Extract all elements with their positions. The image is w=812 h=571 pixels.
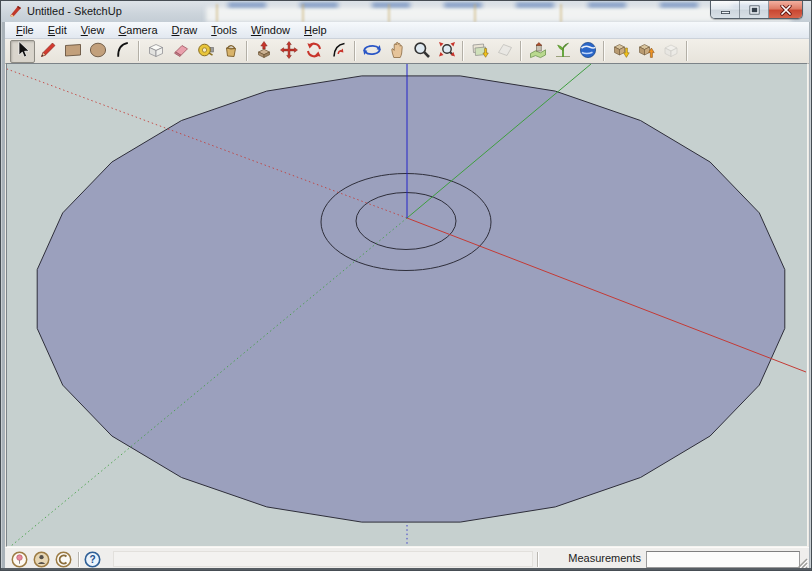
pan-icon xyxy=(387,40,407,63)
upload-model-button[interactable] xyxy=(633,40,658,63)
menu-edit[interactable]: Edit xyxy=(41,22,74,38)
select-icon xyxy=(13,40,33,63)
photo-textures-icon xyxy=(470,40,490,63)
rotate-button[interactable] xyxy=(301,40,326,63)
window-frame-bottom xyxy=(1,568,812,570)
move-icon xyxy=(279,40,299,63)
tape-measure-button[interactable] xyxy=(193,40,218,63)
google-earth-icon xyxy=(578,40,598,63)
push-pull-button[interactable] xyxy=(251,40,276,63)
toolbar-separator xyxy=(686,41,688,61)
zoom-extents-icon xyxy=(437,40,457,63)
paint-bucket-icon xyxy=(221,40,241,63)
window-controls xyxy=(710,1,803,19)
titlebar-glass-blur xyxy=(206,7,791,22)
measurements-input[interactable] xyxy=(646,551,800,568)
make-component-button[interactable] xyxy=(143,40,168,63)
status-text-area xyxy=(113,551,533,567)
sketchup-logo-icon[interactable] xyxy=(8,4,22,18)
make-component-icon xyxy=(146,40,166,63)
geolocation-status-icon[interactable] xyxy=(11,551,28,568)
measurements-label: Measurements xyxy=(543,552,641,564)
maximize-button[interactable] xyxy=(740,1,769,19)
statusbar-separator xyxy=(78,552,80,567)
credit-status-icon[interactable] xyxy=(33,551,50,568)
add-location-button[interactable] xyxy=(525,40,550,63)
photo-textures-button[interactable] xyxy=(467,40,492,63)
menu-file[interactable]: File xyxy=(9,22,41,38)
push-pull-icon xyxy=(254,40,274,63)
toolbar-separator xyxy=(520,41,522,61)
toolbar-separator xyxy=(354,41,356,61)
signin-status-icon[interactable] xyxy=(55,551,72,568)
window-client-area: FileEditViewCameraDrawToolsWindowHelp ? … xyxy=(5,22,809,570)
arc-button[interactable] xyxy=(110,40,135,63)
offset-icon xyxy=(329,40,349,63)
share-component-button[interactable] xyxy=(658,40,683,63)
paint-bucket-button[interactable] xyxy=(218,40,243,63)
menu-camera[interactable]: Camera xyxy=(111,22,164,38)
title-bar[interactable]: Untitled - SketchUp xyxy=(1,1,811,22)
circle-icon xyxy=(88,40,108,63)
orbit-button[interactable] xyxy=(359,40,384,63)
tape-measure-icon xyxy=(196,40,216,63)
pan-button[interactable] xyxy=(384,40,409,63)
share-model-icon xyxy=(495,40,515,63)
get-models-button[interactable] xyxy=(608,40,633,63)
rectangle-button[interactable] xyxy=(60,40,85,63)
svg-text:?: ? xyxy=(89,554,95,565)
menu-window[interactable]: Window xyxy=(244,22,297,38)
move-button[interactable] xyxy=(276,40,301,63)
offset-button[interactable] xyxy=(326,40,351,63)
menu-tools[interactable]: Tools xyxy=(204,22,244,38)
titlebar-glass-blur xyxy=(211,2,791,8)
zoom-button[interactable] xyxy=(409,40,434,63)
line-icon xyxy=(38,40,58,63)
orbit-icon xyxy=(362,40,382,63)
menu-bar: FileEditViewCameraDrawToolsWindowHelp xyxy=(5,22,809,39)
line-button[interactable] xyxy=(35,40,60,63)
zoom-extents-button[interactable] xyxy=(434,40,459,63)
model-scene[interactable] xyxy=(7,64,807,546)
close-button[interactable] xyxy=(769,1,802,19)
titlebar-glass-blur xyxy=(216,4,636,22)
upload-model-icon xyxy=(636,40,656,63)
window-title: Untitled - SketchUp xyxy=(27,1,122,21)
google-earth-button[interactable] xyxy=(575,40,600,63)
statusbar-separator xyxy=(537,552,539,567)
get-models-icon xyxy=(611,40,631,63)
drawing-viewport[interactable] xyxy=(6,63,808,547)
zoom-icon xyxy=(412,40,432,63)
arc-icon xyxy=(113,40,133,63)
help-icon[interactable]: ? xyxy=(84,551,101,568)
circle-button[interactable] xyxy=(85,40,110,63)
menu-view[interactable]: View xyxy=(74,22,112,38)
rectangle-icon xyxy=(63,40,83,63)
sketchup-window: Untitled - SketchUp FileEditViewCameraDr… xyxy=(0,0,812,571)
eraser-button[interactable] xyxy=(168,40,193,63)
status-bar: ? Measurements xyxy=(5,547,809,570)
toggle-terrain-icon xyxy=(553,40,573,63)
menu-help[interactable]: Help xyxy=(297,22,334,38)
minimize-button[interactable] xyxy=(711,1,740,19)
rotate-icon xyxy=(304,40,324,63)
toggle-terrain-button[interactable] xyxy=(550,40,575,63)
share-model-button[interactable] xyxy=(492,40,517,63)
toolbar-separator xyxy=(603,41,605,61)
menu-draw[interactable]: Draw xyxy=(165,22,205,38)
toolbar xyxy=(5,39,809,64)
add-location-icon xyxy=(528,40,548,63)
toolbar-separator xyxy=(462,41,464,61)
toolbar-separator xyxy=(246,41,248,61)
share-component-icon xyxy=(661,40,681,63)
eraser-icon xyxy=(171,40,191,63)
toolbar-separator xyxy=(138,41,140,61)
select-button[interactable] xyxy=(10,40,35,63)
disc-face[interactable] xyxy=(37,76,785,522)
